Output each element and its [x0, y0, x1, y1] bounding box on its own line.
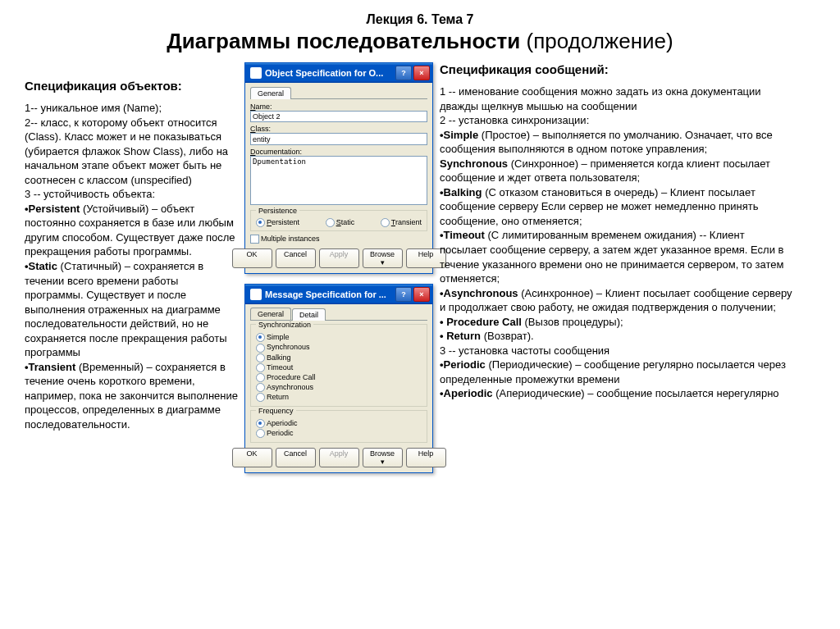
cancel-button[interactable]: Cancel — [276, 448, 316, 467]
radio-timeout[interactable]: Timeout — [256, 363, 422, 372]
doc-field[interactable]: Dpumentation — [250, 156, 427, 205]
radio-persistent[interactable]: Persistent — [256, 218, 299, 227]
class-field[interactable] — [250, 133, 427, 145]
page-title: Диаграммы последовательности (продолжени… — [25, 29, 815, 54]
radio-return[interactable]: Return — [256, 393, 422, 402]
browse-button[interactable]: Browse ▾ — [363, 448, 403, 467]
radio-static[interactable]: Static — [326, 218, 355, 227]
dialog-titlebar[interactable]: Object Specification for O... ? × — [245, 63, 432, 83]
app-icon — [250, 67, 262, 79]
sync-group: Synchronization — [256, 321, 313, 329]
radio-aperiodic[interactable]: Aperiodic — [256, 419, 422, 428]
radio-procedure[interactable]: Procedure Call — [256, 373, 422, 382]
radio-periodic[interactable]: Periodic — [256, 429, 422, 438]
apply-button[interactable]: Apply — [319, 448, 359, 467]
tab-general[interactable]: General — [250, 308, 291, 320]
help-icon[interactable]: ? — [395, 66, 412, 80]
browse-button[interactable]: Browse ▾ — [363, 248, 403, 268]
radio-simple[interactable]: Simple — [256, 333, 422, 342]
doc-label: Documentation: — [250, 148, 427, 156]
help-icon[interactable]: ? — [395, 287, 412, 302]
close-icon[interactable]: × — [413, 287, 430, 302]
left-body: 1-- уникальное имя (Name); 2-- класс, к … — [25, 101, 238, 432]
radio-balking[interactable]: Balking — [256, 353, 422, 362]
message-spec-dialog: Message Specification for ... ? × Genera… — [244, 284, 433, 473]
persistence-group: Persistence — [256, 207, 299, 215]
name-field[interactable] — [250, 111, 427, 122]
close-icon[interactable]: × — [413, 66, 430, 80]
tab-detail[interactable]: Detail — [292, 308, 326, 321]
app-icon — [250, 289, 262, 300]
right-section-title: Спецификация сообщений: — [440, 62, 792, 76]
multiple-instances-check[interactable]: Multiple instances — [250, 235, 427, 244]
cancel-button[interactable]: Cancel — [276, 248, 316, 268]
class-label: Class: — [250, 125, 427, 133]
lecture-header: Лекция 6. Тема 7 — [25, 12, 815, 27]
object-spec-dialog: Object Specification for O... ? × Genera… — [244, 62, 433, 274]
freq-group: Frequency — [256, 407, 296, 415]
tab-general[interactable]: General — [250, 87, 291, 99]
apply-button[interactable]: Apply — [319, 248, 359, 268]
name-label: Name: — [250, 103, 427, 111]
dialog-title: Object Specification for O... — [265, 68, 395, 78]
ok-button[interactable]: OK — [232, 448, 272, 467]
ok-button[interactable]: OK — [232, 248, 272, 268]
radio-async[interactable]: Asynchronous — [256, 383, 422, 392]
radio-synchronous[interactable]: Synchronous — [256, 343, 422, 352]
dialog-titlebar[interactable]: Message Specification for ... ? × — [245, 285, 432, 304]
right-body: 1 -- именование сообщения можно задать и… — [440, 84, 792, 401]
radio-transient[interactable]: Transient — [381, 218, 422, 227]
left-section-title: Спецификация объектов: — [25, 79, 238, 93]
dialog-title: Message Specification for ... — [265, 289, 395, 299]
